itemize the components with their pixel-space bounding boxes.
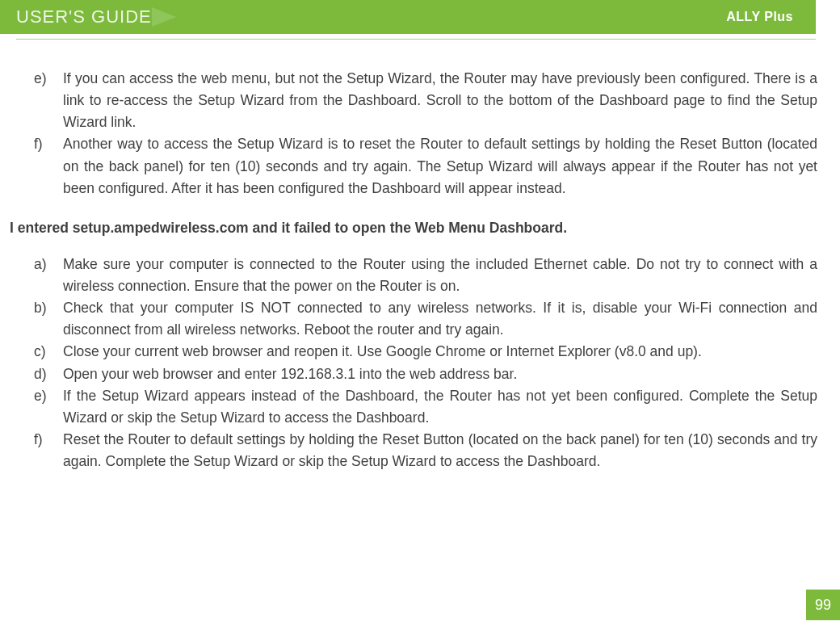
- header-product: ALLY Plus: [726, 10, 793, 24]
- list-text: Reset the Router to default settings by …: [63, 431, 817, 469]
- list-text: If you can access the web menu, but not …: [63, 70, 817, 130]
- page-header: USER'S GUIDE ALLY Plus: [0, 0, 840, 42]
- list-marker: c): [34, 341, 46, 363]
- list-marker: a): [34, 254, 47, 275]
- list-text: Open your web browser and enter 192.168.…: [63, 366, 517, 382]
- list-item: e) If you can access the web menu, but n…: [63, 68, 817, 133]
- list-text: Close your current web browser and reope…: [63, 343, 702, 359]
- list-text: If the Setup Wizard appears instead of t…: [63, 388, 817, 426]
- list-marker: e): [34, 68, 47, 90]
- list-marker: b): [34, 297, 47, 319]
- list-item: a) Make sure your computer is connected …: [63, 254, 817, 297]
- list-item: f) Reset the Router to default settings …: [63, 429, 817, 472]
- list-marker: f): [34, 133, 43, 155]
- page-content: e) If you can access the web menu, but n…: [0, 42, 840, 472]
- list-section-2: a) Make sure your computer is connected …: [10, 254, 817, 472]
- list-item: f) Another way to access the Setup Wizar…: [63, 133, 817, 199]
- list-marker: e): [34, 385, 47, 407]
- section-heading: I entered setup.ampedwireless.com and it…: [10, 217, 817, 239]
- list-item: e) If the Setup Wizard appears instead o…: [63, 385, 817, 429]
- header-underline: [16, 39, 816, 40]
- list-section-1: e) If you can access the web menu, but n…: [10, 68, 817, 199]
- list-text: Another way to access the Setup Wizard i…: [63, 136, 817, 195]
- list-item: d) Open your web browser and enter 192.1…: [63, 363, 817, 385]
- list-marker: f): [34, 429, 43, 451]
- header-title: USER'S GUIDE: [16, 6, 152, 27]
- list-item: b) Check that your computer IS NOT conne…: [63, 297, 817, 341]
- page-number-value: 99: [815, 597, 831, 614]
- header-bar: USER'S GUIDE ALLY Plus: [0, 0, 816, 34]
- list-text: Check that your computer IS NOT connecte…: [63, 300, 817, 338]
- page-number: 99: [806, 590, 840, 620]
- list-marker: d): [34, 363, 47, 385]
- list-text: Make sure your computer is connected to …: [63, 256, 817, 294]
- list-item: c) Close your current web browser and re…: [63, 341, 817, 363]
